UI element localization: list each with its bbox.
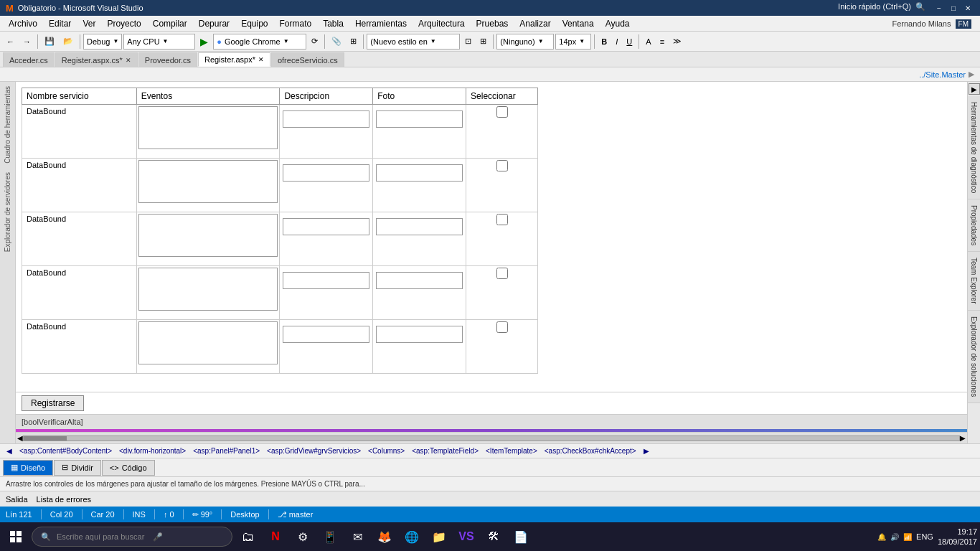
tab-register-cs[interactable]: Register.aspx.cs* ✕	[55, 52, 138, 67]
mic-icon[interactable]: 🎤	[153, 532, 163, 542]
taskbar-explorer[interactable]: 🗂	[235, 524, 261, 550]
expand-icon[interactable]: ▶	[969, 70, 974, 79]
cell-select[interactable]	[466, 212, 538, 266]
tab-ofrece[interactable]: ofreceServicio.cs	[271, 52, 344, 67]
description-input[interactable]	[283, 110, 369, 128]
debug-mode-dropdown[interactable]: Debug ▼	[83, 34, 122, 50]
redo-icon[interactable]: →	[19, 34, 34, 50]
menu-compilar[interactable]: Compilar	[147, 17, 193, 30]
taskbar-firefox[interactable]: 🦊	[372, 524, 397, 550]
path-nav-right-icon[interactable]: ▶	[640, 446, 653, 456]
cell-events[interactable]	[136, 266, 280, 320]
photo-input[interactable]	[376, 272, 463, 289]
path-item-3[interactable]: <asp:GridView#grvServicios>	[263, 446, 364, 456]
description-input[interactable]	[283, 272, 369, 289]
cell-photo[interactable]	[373, 105, 466, 159]
events-textarea[interactable]	[138, 321, 278, 364]
taskbar-settings[interactable]: ⚙	[290, 524, 316, 550]
cell-photo[interactable]	[373, 159, 466, 212]
tab-diseno[interactable]: ▦ Diseño	[3, 460, 53, 476]
underline-button[interactable]: U	[623, 34, 636, 50]
menu-proyecto[interactable]: Proyecto	[101, 17, 146, 30]
cell-description[interactable]	[280, 266, 373, 320]
taskbar-tools[interactable]: 🛠	[481, 524, 507, 550]
tab-acceder[interactable]: Acceder.cs	[3, 52, 55, 67]
tab-proveedor[interactable]: Proveedor.cs	[138, 52, 197, 67]
font-name-dropdown[interactable]: (Ninguno) ▼	[496, 34, 554, 50]
menu-archivo[interactable]: Archivo	[3, 17, 43, 30]
menu-pruebas[interactable]: Pruebas	[471, 17, 514, 30]
attach-icon[interactable]: 📎	[328, 34, 345, 50]
design-canvas[interactable]: Nombre servicio Eventos Descripcion Foto…	[16, 82, 967, 392]
menu-equipo[interactable]: Equipo	[235, 17, 273, 30]
photo-input[interactable]	[376, 110, 463, 128]
horizontal-scrollbar[interactable]: ◀ ▶	[16, 432, 967, 443]
menu-herramientas[interactable]: Herramientas	[349, 17, 413, 30]
layout-btn-2[interactable]: ⊞	[476, 34, 490, 50]
tab-dividir[interactable]: ⊟ Dividir	[54, 460, 101, 476]
menu-arquitectura[interactable]: Arquitectura	[413, 17, 471, 30]
scroll-track[interactable]	[23, 435, 960, 441]
description-input[interactable]	[283, 164, 369, 182]
cell-select[interactable]	[466, 105, 538, 159]
browser-dropdown[interactable]: ● Google Chrome ▼	[213, 34, 306, 50]
select-checkbox[interactable]	[496, 268, 508, 279]
font-size-dropdown[interactable]: 14px ▼	[555, 34, 591, 50]
menu-ventana[interactable]: Ventana	[557, 17, 600, 30]
taskbar-pdf[interactable]: 📄	[508, 524, 534, 550]
indent-icon[interactable]: ≫	[669, 34, 685, 50]
panel-soluciones[interactable]: Explorador de soluciones	[968, 311, 980, 403]
photo-input[interactable]	[376, 164, 463, 182]
menu-tabla[interactable]: Tabla	[317, 17, 349, 30]
run-button[interactable]: ▶	[197, 34, 212, 50]
cell-description[interactable]	[280, 320, 373, 374]
path-item-2[interactable]: <asp:Panel#Panel1>	[189, 446, 263, 456]
taskbar-whatsapp[interactable]: 📱	[317, 524, 343, 550]
scroll-thumb[interactable]	[24, 436, 67, 441]
taskbar-network-icon[interactable]: 📶	[903, 533, 912, 541]
tab-codigo[interactable]: <> Código	[102, 460, 155, 476]
menu-depurar[interactable]: Depurar	[193, 17, 235, 30]
path-item-4[interactable]: <Columns>	[364, 446, 408, 456]
cell-select[interactable]	[466, 159, 538, 212]
taskbar-netflix[interactable]: N	[263, 524, 288, 550]
cell-photo[interactable]	[373, 212, 466, 266]
cell-select[interactable]	[466, 266, 538, 320]
taskbar-search[interactable]: 🔍 Escribe aquí para buscar 🎤	[32, 527, 232, 547]
panel-diagnostico[interactable]: Herramientas de diagnóstico	[968, 96, 980, 199]
cell-events[interactable]	[136, 105, 280, 159]
save-icon[interactable]: 💾	[41, 34, 58, 50]
expand-button[interactable]: ▶	[969, 83, 980, 95]
breadcrumb[interactable]: ../Site.Master	[919, 70, 966, 79]
cell-description[interactable]	[280, 159, 373, 212]
tab-close-icon[interactable]: ✕	[126, 57, 131, 64]
tab-register-aspx[interactable]: Register.aspx* ✕	[198, 52, 270, 67]
select-checkbox[interactable]	[496, 321, 508, 333]
scroll-right-icon[interactable]: ▶	[960, 434, 966, 442]
select-checkbox[interactable]	[496, 106, 508, 118]
menu-ver[interactable]: Ver	[77, 17, 101, 30]
cell-events[interactable]	[136, 320, 280, 374]
path-item-1[interactable]: <div.form-horizontal>	[116, 446, 189, 456]
events-textarea[interactable]	[138, 160, 278, 203]
menu-formato[interactable]: Formato	[274, 17, 318, 30]
quick-search[interactable]: Inicio rápido (Ctrl+Q) 🔍	[838, 2, 925, 14]
refresh-icon[interactable]: ⟳	[308, 34, 321, 50]
register-button[interactable]: Registrarse	[22, 395, 84, 411]
style-dropdown[interactable]: (Nuevo estilo en ▼	[367, 34, 460, 50]
events-textarea[interactable]	[138, 214, 278, 257]
grid-icon[interactable]: ⊞	[347, 34, 360, 50]
tab-salida[interactable]: Salida	[6, 495, 28, 504]
select-checkbox[interactable]	[496, 160, 508, 171]
path-item-6[interactable]: <ItemTemplate>	[482, 446, 541, 456]
taskbar-clock[interactable]: 19:17 18/09/2017	[938, 527, 977, 547]
cell-photo[interactable]	[373, 320, 466, 374]
path-item-5[interactable]: <asp:TemplateField>	[408, 446, 482, 456]
events-textarea[interactable]	[138, 268, 278, 311]
server-explorer-label[interactable]: Explorador de servidores	[2, 168, 13, 256]
path-nav-icon[interactable]: ◀	[3, 446, 16, 456]
panel-propiedades[interactable]: Propiedades	[968, 199, 980, 252]
photo-input[interactable]	[376, 218, 463, 235]
undo-icon[interactable]: ←	[3, 34, 18, 50]
description-input[interactable]	[283, 326, 369, 343]
